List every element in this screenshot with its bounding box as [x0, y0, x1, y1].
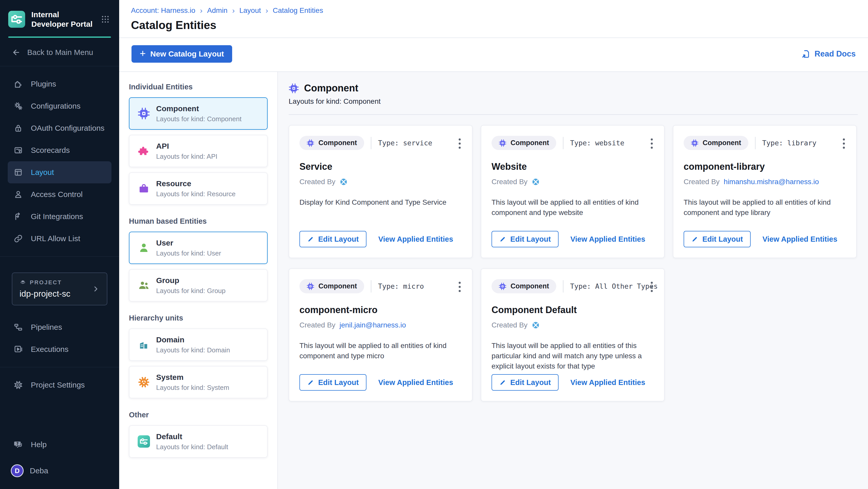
created-by-row: Created By: [492, 321, 654, 329]
edit-layout-button[interactable]: Edit Layout: [492, 231, 559, 247]
sidebar-item-scorecards[interactable]: Scorecards: [0, 139, 119, 161]
kind-badge: Component: [300, 279, 364, 293]
project-menu: Pipelines Executions: [0, 316, 119, 360]
sidebar-item-access-control[interactable]: Access Control: [0, 183, 119, 206]
sidebar-item-label: Git Integrations: [31, 212, 83, 221]
sidebar-item-label: Scorecards: [31, 146, 70, 155]
breadcrumb-link-account-harness-io[interactable]: Account: Harness.io: [131, 6, 195, 14]
kind-badge-label: Component: [510, 282, 549, 290]
sidebar-item-url-allow-list[interactable]: URL Allow List: [0, 227, 119, 250]
entity-kind-component[interactable]: Component Layouts for kind: Component: [129, 97, 268, 130]
page-header: Account: Harness.io›Admin›Layout›Catalog…: [119, 0, 868, 37]
gear-icon: [13, 380, 24, 390]
breadcrumb-link-admin[interactable]: Admin: [207, 6, 227, 14]
type-label: Type: service: [371, 137, 432, 149]
layout-title: component-library: [684, 161, 846, 172]
entity-kind-name: Group: [156, 276, 225, 285]
kebab-menu-icon[interactable]: [841, 137, 846, 150]
kebab-menu-icon[interactable]: [649, 137, 654, 150]
view-applied-entities-link[interactable]: View Applied Entities: [570, 378, 645, 387]
view-applied-entities-link[interactable]: View Applied Entities: [378, 378, 453, 387]
sidebar-item-configurations[interactable]: Configurations: [0, 95, 119, 117]
card-footer: Edit Layout View Applied Entities: [492, 231, 654, 247]
edit-layout-button[interactable]: Edit Layout: [300, 374, 367, 391]
back-to-main-menu[interactable]: Back to Main Menu: [0, 38, 119, 66]
kebab-menu-icon[interactable]: [457, 137, 462, 150]
entity-kind-name: API: [156, 142, 217, 151]
card-footer: Edit Layout View Applied Entities: [300, 231, 462, 247]
help-label: Help: [31, 440, 47, 449]
kind-badge-label: Component: [318, 282, 357, 290]
kebab-menu-icon[interactable]: [457, 280, 462, 294]
app-switcher-icon[interactable]: [101, 14, 110, 24]
git-icon: [13, 212, 24, 221]
card-badge-row: Component Type: micro: [300, 279, 462, 293]
entity-kind-domain[interactable]: Domain Layouts for kind: Domain: [129, 329, 268, 361]
breadcrumb-link-layout[interactable]: Layout: [239, 6, 261, 14]
content: Individual Entities Component Layouts fo…: [119, 72, 868, 489]
entity-kind-group[interactable]: Group Layouts for kind: Group: [129, 269, 268, 302]
entity-kind-system[interactable]: System Layouts for kind: System: [129, 366, 268, 398]
project-selector[interactable]: PROJECT idp-project-sc: [12, 273, 107, 305]
layout-card-website: Component Type: website Website Created …: [481, 125, 664, 258]
sidebar-item-project-settings[interactable]: Project Settings: [0, 374, 119, 396]
entity-kind-description: Layouts for kind: API: [156, 153, 217, 160]
kind-header: Component: [289, 83, 858, 94]
main-area: Account: Harness.io›Admin›Layout›Catalog…: [119, 0, 868, 489]
sidebar-item-git-integrations[interactable]: Git Integrations: [0, 206, 119, 227]
kind-badge-label: Component: [510, 139, 549, 147]
view-applied-entities-link[interactable]: View Applied Entities: [570, 235, 645, 243]
layout-card-component-default: Component Type: All Other Types Componen…: [481, 268, 664, 401]
view-applied-entities-link[interactable]: View Applied Entities: [378, 235, 453, 243]
entity-kind-name: Default: [156, 432, 228, 441]
read-docs-link[interactable]: Read Docs: [801, 49, 856, 59]
kebab-menu-icon[interactable]: [649, 280, 654, 294]
card-footer: Edit Layout View Applied Entities: [684, 231, 846, 247]
entity-kind-text: Resource Layouts for kind: Resource: [156, 179, 236, 198]
creator-email-link[interactable]: jenil.jain@harness.io: [340, 321, 406, 329]
pencil-icon: [499, 236, 506, 243]
entity-kind-default[interactable]: Default Layouts for kind: Default: [129, 425, 268, 458]
entity-kind-name: Domain: [156, 335, 230, 344]
view-applied-entities-link[interactable]: View Applied Entities: [763, 235, 837, 243]
layout-description: This layout will be applied to all entit…: [300, 341, 462, 361]
layout-card-service: Component Type: service Service Created …: [289, 125, 472, 258]
domain-buildings-icon: [138, 338, 150, 351]
sidebar-item-label: Plugins: [31, 80, 56, 88]
section-label-other: Other: [129, 411, 268, 419]
sidebar-item-oauth-configurations[interactable]: OAuth Configurations: [0, 117, 119, 139]
sidebar-item-pipelines[interactable]: Pipelines: [0, 316, 119, 338]
breadcrumb-link-catalog-entities[interactable]: Catalog Entities: [273, 6, 323, 14]
section-label-human-based-entities: Human based Entities: [129, 217, 268, 225]
type-label: Type: All Other Types: [563, 280, 658, 293]
sidebar-item-executions[interactable]: Executions: [0, 338, 119, 360]
executions-icon: [13, 344, 24, 354]
help-button[interactable]: ? Help: [0, 433, 119, 456]
layout-description: This layout will be applied to all entit…: [492, 197, 654, 218]
api-puzzle-icon: [138, 145, 150, 157]
kind-badge: Component: [684, 136, 748, 150]
entity-kind-resource[interactable]: Resource Layouts for kind: Resource: [129, 172, 268, 205]
entity-kind-name: Resource: [156, 179, 236, 188]
edit-layout-button[interactable]: Edit Layout: [492, 374, 559, 391]
entity-kind-list: Individual Entities Component Layouts fo…: [129, 72, 268, 489]
sidebar: Internal Developer Portal Back to Main M…: [0, 0, 119, 489]
entity-kind-api[interactable]: API Layouts for kind: API: [129, 135, 268, 167]
card-footer: Edit Layout View Applied Entities: [492, 374, 654, 391]
pencil-icon: [307, 236, 314, 243]
entity-kind-description: Layouts for kind: Component: [156, 115, 241, 123]
user-name: Deba: [30, 466, 48, 475]
sidebar-item-plugins[interactable]: Plugins: [0, 73, 119, 95]
created-by-label: Created By: [300, 178, 335, 186]
entity-kind-text: API Layouts for kind: API: [156, 142, 217, 160]
entity-kind-user[interactable]: User Layouts for kind: User: [129, 232, 268, 264]
person-icon: [13, 189, 24, 199]
new-catalog-layout-button[interactable]: + New Catalog Layout: [131, 45, 232, 63]
created-by-label: Created By: [684, 178, 719, 186]
sidebar-item-layout[interactable]: Layout: [8, 161, 112, 183]
user-menu[interactable]: D Deba: [0, 456, 119, 482]
edit-layout-button[interactable]: Edit Layout: [684, 231, 751, 247]
type-label: Type: website: [563, 137, 624, 149]
edit-layout-button[interactable]: Edit Layout: [300, 231, 367, 247]
creator-email-link[interactable]: himanshu.mishra@harness.io: [724, 178, 819, 186]
